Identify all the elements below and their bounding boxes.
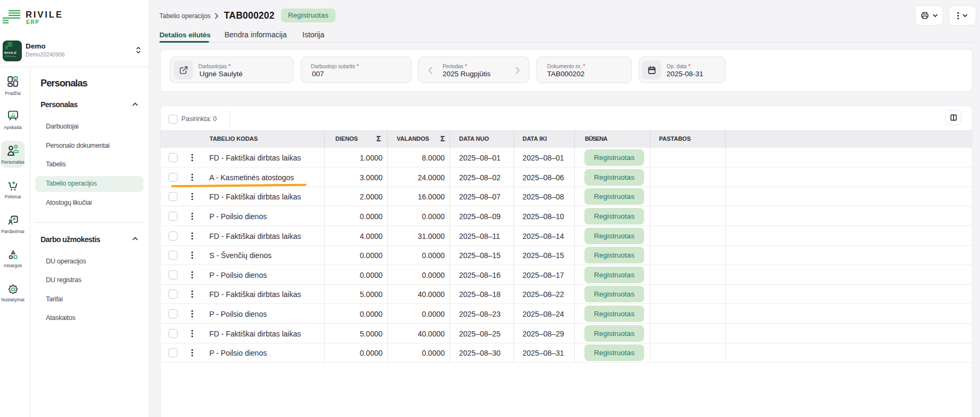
svg-text:ERP: ERP [5,55,10,58]
svg-text:Demo: Demo [10,55,16,58]
svg-text:RIVILE: RIVILE [4,51,17,54]
